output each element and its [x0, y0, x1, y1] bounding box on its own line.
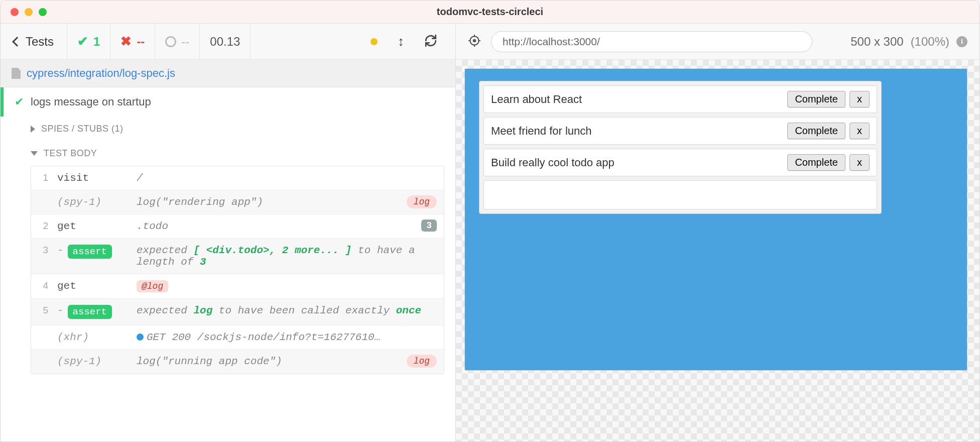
command-name: -assert — [53, 299, 133, 325]
command-message: expected log to have been called exactly… — [133, 299, 444, 322]
command-log: 1visit/(spy-1)log("rendering app")log2ge… — [31, 166, 444, 374]
todo-text: Meet friend for lunch — [491, 125, 783, 138]
command-badge: log — [407, 355, 437, 368]
maximize-window-button[interactable] — [39, 8, 47, 16]
todo-item: Learn about ReactCompletex — [483, 85, 877, 113]
spies-label: SPIES / STUBS (1) — [41, 124, 124, 134]
viewport-size: 500 x 300 — [850, 35, 903, 49]
command-name: (spy-1) — [53, 350, 133, 373]
command-row[interactable]: (spy-1)log("running app code")log — [31, 350, 444, 374]
command-row[interactable]: (xhr)GET 200 /sockjs-node/info?t=1627761… — [31, 325, 444, 350]
header-controls: ↕ — [352, 24, 455, 59]
failed-count: -- — [137, 35, 145, 49]
svg-point-1 — [473, 39, 475, 41]
todo-app: Learn about ReactCompletexMeet friend fo… — [479, 81, 882, 214]
viewport-info: 500 x 300 (100%) i — [850, 35, 967, 49]
delete-button[interactable]: x — [849, 91, 870, 107]
stats-pending: -- — [155, 24, 200, 59]
assert-badge: assert — [68, 305, 112, 319]
command-name: (spy-1) — [53, 190, 133, 214]
header-spacer — [251, 24, 352, 59]
complete-button[interactable]: Complete — [787, 91, 845, 107]
auto-scroll-toggle[interactable]: ↕ — [398, 34, 404, 49]
command-message: log("running app code") — [133, 350, 400, 373]
stats-failed: ✖ -- — [110, 24, 155, 59]
test-title-row[interactable]: ✔ logs message on startup — [1, 87, 455, 117]
delete-button[interactable]: x — [849, 154, 870, 171]
command-number: 3 — [31, 239, 53, 262]
chevron-left-icon — [12, 37, 22, 47]
test-body-label: TEST BODY — [44, 148, 97, 159]
command-badge-wrap: 3 — [414, 214, 444, 237]
minimize-window-button[interactable] — [25, 8, 33, 16]
test-body-header[interactable]: TEST BODY — [31, 141, 444, 166]
reporter-header: Tests ✔ 1 ✖ -- -- 00.13 ↕ — [1, 24, 455, 60]
passed-count: 1 — [93, 35, 100, 49]
complete-button[interactable]: Complete — [787, 154, 845, 171]
app-window: todomvc-tests-circleci Tests ✔ 1 ✖ -- — [0, 0, 980, 442]
new-todo-input[interactable] — [483, 180, 877, 209]
tests-label: Tests — [26, 35, 54, 49]
command-message: / — [133, 166, 444, 190]
close-window-button[interactable] — [11, 8, 19, 16]
todo-text: Build really cool todo app — [491, 156, 783, 169]
x-icon: ✖ — [120, 34, 132, 49]
application-under-test-panel: http://localhost:3000/ 500 x 300 (100%) … — [456, 24, 979, 441]
back-to-tests-button[interactable]: Tests — [1, 24, 67, 59]
test-title: logs message on startup — [31, 95, 151, 108]
spies-section: SPIES / STUBS (1) — [1, 117, 455, 141]
command-message: expected [ <div.todo>, 2 more... ] to ha… — [133, 239, 444, 274]
command-badge: 3 — [421, 219, 437, 232]
stats-passed: ✔ 1 — [67, 24, 110, 59]
status-dot-icon — [371, 38, 378, 45]
complete-button[interactable]: Complete — [787, 123, 845, 139]
xhr-dot-icon — [137, 334, 144, 341]
command-name: get — [53, 214, 133, 238]
command-number — [31, 190, 53, 202]
command-name: get — [53, 274, 133, 298]
command-number: 5 — [31, 299, 53, 322]
command-name: (xhr) — [53, 325, 133, 349]
content-area: Tests ✔ 1 ✖ -- -- 00.13 ↕ — [1, 24, 979, 441]
command-row[interactable]: 1visit/ — [31, 166, 444, 190]
spec-file-path: cypress/integration/log-spec.js — [27, 67, 175, 80]
caret-down-icon — [31, 151, 38, 156]
command-message: .todo — [133, 214, 414, 238]
command-row[interactable]: 2get.todo3 — [31, 214, 444, 239]
circle-icon — [165, 36, 176, 47]
rerun-button[interactable] — [424, 34, 437, 49]
command-number — [31, 350, 53, 362]
aut-viewport-wrap: Learn about ReactCompletexMeet friend fo… — [456, 60, 979, 441]
command-number — [31, 325, 53, 338]
test-body-section: TEST BODY 1visit/(spy-1)log("rendering a… — [1, 141, 455, 384]
command-row[interactable]: 5-assertexpected log to have been called… — [31, 299, 444, 325]
info-icon[interactable]: i — [956, 36, 967, 47]
command-row[interactable]: 4get@log — [31, 274, 444, 299]
command-badge: log — [407, 195, 437, 208]
check-icon: ✔ — [77, 34, 88, 49]
traffic-lights — [1, 8, 47, 16]
command-number: 2 — [31, 214, 53, 238]
spec-file-row[interactable]: cypress/integration/log-spec.js — [1, 60, 455, 87]
command-message: @log — [133, 274, 444, 298]
spies-header[interactable]: SPIES / STUBS (1) — [31, 117, 444, 141]
reporter-panel: Tests ✔ 1 ✖ -- -- 00.13 ↕ — [1, 24, 456, 441]
command-row[interactable]: (spy-1)log("rendering app")log — [31, 190, 444, 214]
command-message: GET 200 /sockjs-node/info?t=16277610… — [133, 325, 444, 349]
command-name: -assert — [53, 239, 133, 265]
elapsed-time: 00.13 — [200, 24, 251, 59]
command-message: log("rendering app") — [133, 190, 400, 214]
delete-button[interactable]: x — [849, 123, 870, 139]
url-bar[interactable]: http://localhost:3000/ — [491, 31, 812, 52]
url-text: http://localhost:3000/ — [503, 36, 600, 48]
todo-text: Learn about React — [491, 93, 783, 106]
assert-badge: assert — [68, 245, 112, 259]
check-icon: ✔ — [15, 95, 24, 108]
aut-header: http://localhost:3000/ 500 x 300 (100%) … — [456, 24, 979, 60]
caret-right-icon — [31, 126, 35, 133]
aut-iframe: Learn about ReactCompletexMeet friend fo… — [465, 69, 967, 370]
command-row[interactable]: 3-assertexpected [ <div.todo>, 2 more...… — [31, 239, 444, 274]
window-title: todomvc-tests-circleci — [1, 6, 979, 18]
command-number: 1 — [31, 166, 53, 189]
selector-playground-button[interactable] — [468, 34, 481, 49]
